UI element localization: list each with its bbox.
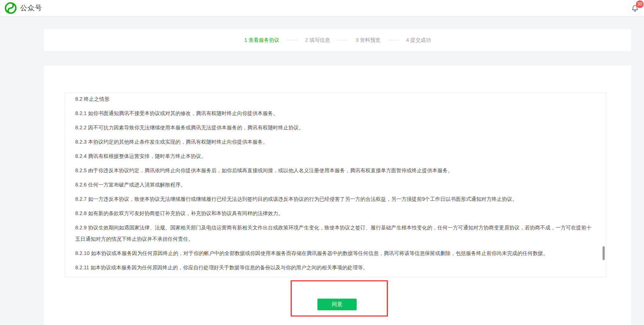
stepper-step-label: 1 查看服务协议 (244, 37, 280, 44)
stepper-step: 1 查看服务协议 (244, 37, 305, 44)
registration-stepper: 1 查看服务协议 2 填写信息 3 资料预览 4 提交成功 (44, 29, 631, 51)
agreement-panel: 8.2 终止之情形 8.2.1 如你书面通知腾讯不接受本协议或对其的修改，腾讯有… (44, 66, 631, 325)
agreement-clause: 8.2.7 如一方违反本协议，致使本协议无法继续履行或继续履行已经无法达到签约目… (75, 193, 596, 205)
agree-button[interactable]: 同意 (317, 299, 357, 310)
brand-title: 公众号 (20, 3, 42, 13)
agreement-clause: 8.2.10 如本协议或本服务因为任何原因终止的，对于你的帐户中的全部数据或你因… (75, 248, 596, 259)
agreement-clause: 8.2.2 因不可抗力因素导致你无法继续使用本服务或腾讯无法提供本服务的，腾讯有… (75, 122, 596, 133)
stepper-step: 4 提交成功 (406, 37, 431, 44)
agreement-clause: 8.2.1 如你书面通知腾讯不接受本协议或对其的修改，腾讯有权随时终止向你提供本… (75, 108, 596, 119)
stepper-connector (388, 40, 399, 40)
notification-badge: 30 (636, 0, 644, 8)
agreement-clause: 8.2.9 协议生效期间如遇国家法律、法规、国家相关部门及电信运营商有新相关文件… (75, 222, 596, 245)
notifications-button[interactable]: 30 (628, 1, 642, 15)
agreement-clause: 8.2.6 任何一方宣布破产或进入清算或解散程序。 (75, 179, 596, 191)
agreement-clause: 8.2.8 如有新的条款双方可友好协商签订补充协议，补充协议和本协议具有同样的法… (75, 208, 596, 219)
stepper-connector (337, 40, 348, 40)
stepper-step-label: 4 提交成功 (406, 37, 431, 44)
agreement-clause: 8.2.5 由于你违反本协议约定，腾讯依约终止向你提供本服务后，如你后续再直接或… (75, 165, 596, 176)
agreement-clause: 8.2 终止之情形 (75, 93, 596, 105)
stepper-step-label: 2 填写信息 (305, 37, 330, 44)
stepper-connector (287, 40, 298, 40)
scrollbar-thumb[interactable] (603, 246, 605, 260)
top-header: 公众号 30 (0, 0, 644, 16)
stepper-step: 2 填写信息 (305, 37, 356, 44)
brand: 公众号 (4, 2, 42, 14)
agreement-clause: 8.2.3 本协议约定的其他终止条件发生或实现的，腾讯有权随时终止向你提供本服务… (75, 136, 596, 148)
official-accounts-logo-icon (4, 2, 17, 14)
agreement-clause: 8.2.4 腾讯有权根据整体运营安排，随时单方终止本协议。 (75, 151, 596, 162)
stepper-step: 3 资料预览 (356, 37, 406, 44)
stepper-step-label: 3 资料预览 (356, 37, 381, 44)
agreement-scroll-area[interactable]: 8.2 终止之情形 8.2.1 如你书面通知腾讯不接受本协议或对其的修改，腾讯有… (65, 93, 606, 277)
agreement-clause: 8.2.11 如本协议或本服务因为任何原因终止的，你应自行处理好关于数据等信息的… (75, 262, 596, 273)
